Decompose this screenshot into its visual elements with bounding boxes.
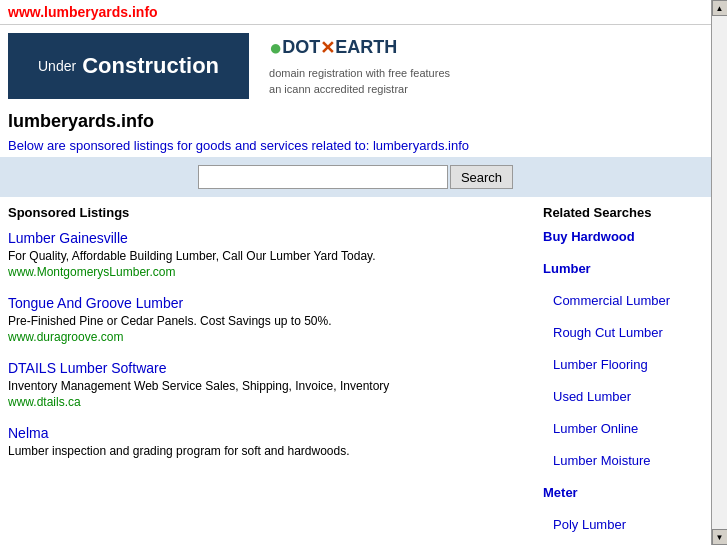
search-bar: Search [0, 157, 711, 197]
related-search-item[interactable]: Commercial Lumber [543, 292, 703, 309]
listing-title-link[interactable]: Tongue And Groove Lumber [8, 295, 533, 311]
sponsored-listings-section: Sponsored Listings Lumber GainesvilleFor… [8, 205, 533, 545]
related-search-item[interactable]: Used Lumber [543, 388, 703, 405]
listing-item: Lumber GainesvilleFor Quality, Affordabl… [8, 230, 533, 279]
dotearth-tagline: domain registration with free features a… [269, 65, 450, 98]
related-search-item[interactable]: Poly Lumber [543, 516, 703, 533]
dotearth-name: ● DOT ✕ EARTH [269, 35, 450, 61]
dotearth-line1: domain registration with free features [269, 65, 450, 82]
under-label: Under [38, 58, 76, 74]
related-searches-container: Buy HardwoodLumberCommercial LumberRough… [543, 228, 703, 545]
header-section: Under Construction ● DOT ✕ EARTH domain … [0, 25, 711, 107]
listing-item: Tongue And Groove LumberPre-Finished Pin… [8, 295, 533, 344]
listing-item: DTAILS Lumber SoftwareInventory Manageme… [8, 360, 533, 409]
related-searches-heading: Related Searches [543, 205, 703, 220]
dotearth-logo: ● DOT ✕ EARTH domain registration with f… [269, 35, 450, 98]
search-button[interactable]: Search [450, 165, 513, 189]
listing-url: www.MontgomerysLumber.com [8, 265, 533, 279]
related-search-item[interactable]: Rough Cut Lumber [543, 324, 703, 341]
scroll-down-btn[interactable]: ▼ [712, 529, 728, 545]
listing-desc: Pre-Finished Pine or Cedar Panels. Cost … [8, 314, 533, 328]
related-search-item[interactable]: Lumber [543, 260, 703, 277]
top-url-bar: www.lumberyards.info [0, 0, 711, 25]
site-title-section: lumberyards.info [0, 107, 711, 134]
listing-desc: Lumber inspection and grading program fo… [8, 444, 533, 458]
related-search-item[interactable]: Lumber Moisture [543, 452, 703, 469]
related-searches-section: Related Searches Buy HardwoodLumberComme… [543, 205, 703, 545]
right-scrollbar[interactable]: ▲ ▼ [711, 0, 727, 545]
listing-title-link[interactable]: Lumber Gainesville [8, 230, 533, 246]
site-url-link[interactable]: www.lumberyards.info [8, 4, 158, 20]
listing-url: www.duragroove.com [8, 330, 533, 344]
search-input[interactable] [198, 165, 448, 189]
dotearth-earth: EARTH [335, 37, 397, 58]
listing-item: NelmaLumber inspection and grading progr… [8, 425, 533, 458]
construction-label: Construction [82, 53, 219, 79]
sponsored-listings-heading: Sponsored Listings [8, 205, 533, 220]
sponsored-subtitle: Below are sponsored listings for goods a… [0, 134, 711, 157]
related-search-item[interactable]: Lumber Flooring [543, 356, 703, 373]
related-search-item[interactable]: Meter [543, 484, 703, 501]
listings-container: Lumber GainesvilleFor Quality, Affordabl… [8, 230, 533, 458]
site-title-text: lumberyards.info [8, 111, 703, 132]
under-construction-box: Under Construction [8, 33, 249, 99]
dotearth-text-name: DOT [282, 37, 320, 58]
related-search-item[interactable]: Lumber Online [543, 420, 703, 437]
listing-desc: For Quality, Affordable Building Lumber,… [8, 249, 533, 263]
related-search-item[interactable]: Buy Hardwood [543, 228, 703, 245]
listing-title-link[interactable]: Nelma [8, 425, 533, 441]
listing-url: www.dtails.ca [8, 395, 533, 409]
listing-desc: Inventory Management Web Service Sales, … [8, 379, 533, 393]
scroll-up-track [712, 16, 727, 529]
content-area: Sponsored Listings Lumber GainesvilleFor… [0, 197, 711, 545]
scroll-up-btn[interactable]: ▲ [712, 0, 728, 16]
dotearth-dot: ● [269, 35, 282, 61]
listing-title-link[interactable]: DTAILS Lumber Software [8, 360, 533, 376]
dotearth-x: ✕ [320, 37, 335, 59]
dotearth-line2: an icann accredited registrar [269, 81, 450, 98]
